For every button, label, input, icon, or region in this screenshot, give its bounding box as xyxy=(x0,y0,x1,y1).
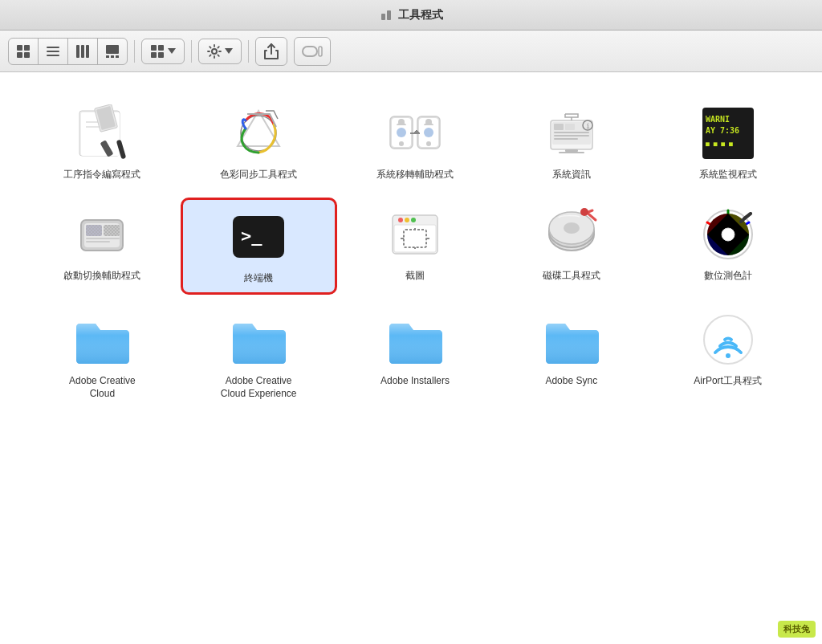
list-view-icon xyxy=(45,43,61,59)
svg-point-34 xyxy=(252,127,265,140)
disk-utility-icon xyxy=(543,206,600,263)
toolbar-separator-1 xyxy=(134,40,135,63)
svg-rect-66 xyxy=(104,225,120,236)
svg-rect-18 xyxy=(151,52,157,58)
window-title: 工具程式 xyxy=(379,8,443,22)
svg-point-21 xyxy=(212,49,217,54)
title-bar: 工具程式 xyxy=(0,0,822,31)
view-list-button[interactable] xyxy=(39,39,68,64)
arrange-dropdown-arrow-icon xyxy=(168,48,176,55)
action-group xyxy=(198,39,242,64)
svg-rect-50 xyxy=(554,132,589,133)
view-gallery-button[interactable] xyxy=(98,39,127,64)
icon-item-color-sync[interactable]: 色彩同步工具程式 xyxy=(181,96,337,190)
adobe-sync-icon xyxy=(543,311,600,369)
activity-monitor-label: 系統監視程式 xyxy=(699,169,757,181)
view-icon-grid-button[interactable] xyxy=(9,39,39,64)
share-button[interactable] xyxy=(255,37,287,66)
svg-rect-1 xyxy=(387,10,391,20)
screenshot-icon xyxy=(386,206,444,263)
svg-text:WARNI: WARNI xyxy=(706,115,730,124)
system-info-icon: i xyxy=(543,104,600,162)
adobe-creative-cloud-label: Adobe Creative Cloud xyxy=(58,375,146,400)
svg-rect-0 xyxy=(381,14,385,20)
svg-point-43 xyxy=(424,128,433,137)
svg-rect-17 xyxy=(158,45,164,51)
svg-point-97 xyxy=(722,228,735,241)
icon-item-digital-color-meter[interactable]: 數位測色計 xyxy=(649,198,806,296)
arrange-button[interactable] xyxy=(142,39,184,63)
startup-disk-label: 啟動切換輔助程式 xyxy=(63,270,140,283)
svg-text:>_: >_ xyxy=(241,226,262,246)
startup-disk-icon xyxy=(73,206,131,263)
airport-utility-icon xyxy=(699,311,757,369)
adobe-installers-label: Adobe Installers xyxy=(380,375,450,388)
script-editor-label: 工序指令編寫程式 xyxy=(63,169,140,181)
digital-color-meter-label: 數位測色計 xyxy=(704,270,752,283)
svg-rect-52 xyxy=(554,138,578,140)
screenshot-label: 截圖 xyxy=(405,270,425,283)
icon-item-adobe-creative-cloud[interactable]: Adobe Creative Cloud xyxy=(24,303,181,408)
icon-item-system-info[interactable]: i 系統資訊 xyxy=(493,96,649,190)
svg-rect-48 xyxy=(554,124,564,130)
svg-rect-54 xyxy=(559,152,584,153)
svg-point-91 xyxy=(580,208,588,216)
svg-rect-24 xyxy=(319,47,322,56)
svg-rect-2 xyxy=(17,45,22,51)
svg-rect-4 xyxy=(17,52,22,58)
icon-item-airport-utility[interactable]: AirPort工具程式 xyxy=(649,303,806,408)
icon-item-screenshot[interactable]: 截圖 xyxy=(337,198,494,296)
svg-point-76 xyxy=(398,218,403,222)
arrange-icon xyxy=(150,44,165,59)
icon-item-startup-disk[interactable]: 啟動切換輔助程式 xyxy=(24,198,181,296)
icon-item-adobe-sync[interactable]: Adobe Sync xyxy=(493,303,649,408)
icon-item-script-editor[interactable]: 工序指令編寫程式 xyxy=(24,96,181,190)
adobe-creative-cloud-exp-icon xyxy=(230,311,287,369)
disk-utility-label: 磁碟工具程式 xyxy=(543,270,600,283)
adobe-installers-icon xyxy=(386,311,444,369)
adobe-sync-label: Adobe Sync xyxy=(545,375,597,388)
action-dropdown-arrow-icon xyxy=(225,48,233,55)
share-icon xyxy=(262,43,280,60)
svg-point-44 xyxy=(426,141,431,146)
icon-item-disk-utility[interactable]: 磁碟工具程式 xyxy=(493,198,649,296)
toolbar-separator-2 xyxy=(191,40,192,63)
svg-point-78 xyxy=(411,218,416,222)
terminal-label: 終端機 xyxy=(244,272,273,285)
adobe-creative-cloud-icon xyxy=(73,311,131,369)
icon-grid: 工序指令編寫程式 色彩同步工具程式 xyxy=(16,88,814,416)
arrange-group xyxy=(141,39,185,64)
svg-rect-49 xyxy=(565,124,575,130)
svg-rect-16 xyxy=(151,45,157,51)
icon-item-migration-assistant[interactable]: 系統移轉輔助程式 xyxy=(337,96,494,190)
svg-rect-9 xyxy=(76,45,79,58)
svg-rect-8 xyxy=(47,55,59,56)
adobe-creative-cloud-exp-label: Adobe Creative Cloud Experience xyxy=(214,375,303,400)
svg-rect-6 xyxy=(47,47,59,48)
icon-item-adobe-creative-cloud-exp[interactable]: Adobe Creative Cloud Experience xyxy=(181,303,337,408)
svg-rect-64 xyxy=(86,225,102,236)
tag-button[interactable] xyxy=(294,37,331,66)
svg-rect-14 xyxy=(111,55,114,58)
svg-point-77 xyxy=(405,218,409,222)
icon-item-terminal[interactable]: >_ 終端機 xyxy=(181,198,337,296)
grid-view-icon xyxy=(15,43,31,59)
icon-item-activity-monitor[interactable]: WARNI AY 7:36 ■ ■ ■ ■ 系統監視程式 xyxy=(649,96,806,190)
color-sync-label: 色彩同步工具程式 xyxy=(220,169,297,181)
action-button[interactable] xyxy=(199,39,241,63)
migration-assistant-label: 系統移轉輔助程式 xyxy=(376,169,454,181)
gear-icon xyxy=(207,44,222,59)
svg-rect-51 xyxy=(554,135,589,137)
svg-rect-11 xyxy=(86,45,89,58)
view-columns-button[interactable] xyxy=(68,39,98,64)
watermark: 科技兔 xyxy=(778,621,816,638)
svg-point-39 xyxy=(399,141,404,146)
toolbar-separator-3 xyxy=(248,40,249,63)
svg-rect-13 xyxy=(106,55,109,58)
airport-utility-label: AirPort工具程式 xyxy=(694,375,762,388)
icon-item-adobe-installers[interactable]: Adobe Installers xyxy=(337,303,494,408)
svg-rect-68 xyxy=(86,241,110,243)
migration-assistant-icon xyxy=(386,104,444,162)
terminal-icon: >_ xyxy=(230,208,287,266)
svg-rect-53 xyxy=(565,149,578,152)
